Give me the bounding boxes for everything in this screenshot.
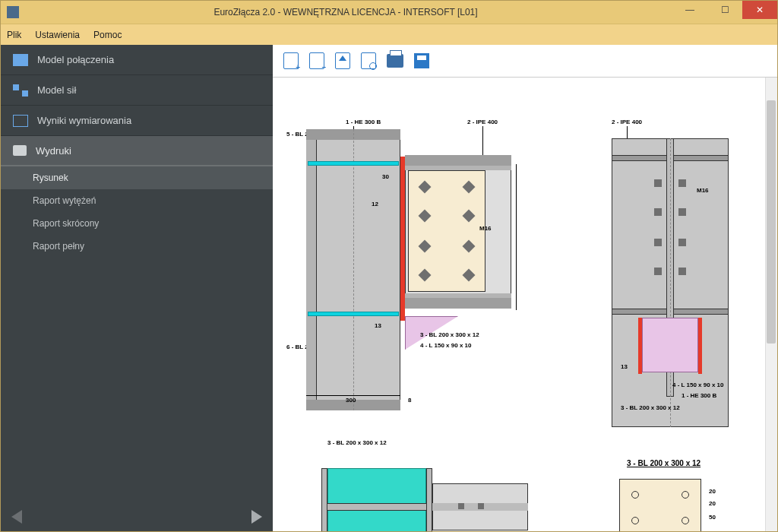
sidebar-item-results[interactable]: Wyniki wymiarowania <box>1 106 273 136</box>
sidebar-item-model-forces[interactable]: Model sił <box>1 75 273 106</box>
minimize-button[interactable]: — <box>672 1 707 19</box>
weld-label: 12 <box>372 201 378 207</box>
bolt-icon <box>654 239 662 246</box>
section-flange <box>321 468 327 531</box>
window-controls: — ☐ ✕ <box>672 1 777 24</box>
body-row: Model połączenia Model sił Wyniki wymiar… <box>1 45 777 531</box>
bolt-icon <box>654 268 662 275</box>
drawing-canvas: 1 - HE 300 B 2 - IPE 400 5 - BL 262 x 14… <box>286 91 754 531</box>
label-beam-profile: 2 - IPE 400 <box>467 119 498 125</box>
dim-value: 8 <box>408 397 411 404</box>
bolt-icon <box>654 179 662 187</box>
leader-line <box>482 126 483 157</box>
sidebar-item-label: Model połączenia <box>37 54 114 65</box>
window-title: EuroZłącza 2.0 - WEWNĘTRZNA LICENCJA - I… <box>19 7 672 17</box>
sidebar-sub-label: Rysunek <box>33 173 68 183</box>
bolt-icon <box>678 179 686 187</box>
beam-flange <box>405 293 511 298</box>
print-icon <box>13 145 27 156</box>
section-plate <box>327 468 426 531</box>
label-column-profile: 1 - HE 300 B <box>346 119 381 125</box>
menu-file[interactable]: Plik <box>7 30 21 40</box>
maximize-button[interactable]: ☐ <box>707 1 742 19</box>
sidebar-sub-label: Raport wytężeń <box>33 195 96 206</box>
bolt-icon <box>478 503 484 509</box>
results-icon <box>13 115 28 127</box>
weld-label: 13 <box>621 363 628 370</box>
menu-settings[interactable]: Ustawienia <box>35 30 80 40</box>
dim-value: 20 <box>709 500 716 507</box>
label-column-profile-2: 1 - HE 300 B <box>682 392 716 399</box>
sidebar-sub-report-utilization[interactable]: Raport wytężeń <box>1 189 273 212</box>
dim-line <box>306 395 400 396</box>
dim-value: 300 <box>346 397 356 404</box>
section-flange <box>426 468 432 531</box>
bolt-icon <box>678 239 686 246</box>
nav-prev-icon[interactable] <box>11 510 22 524</box>
bolt-icon <box>678 208 686 216</box>
main-panel: 1 - HE 300 B 2 - IPE 400 5 - BL 262 x 14… <box>273 45 777 531</box>
section-column-web <box>327 503 426 511</box>
sidebar: Model połączenia Model sił Wyniki wymiar… <box>1 45 273 531</box>
stiffener-bottom <box>308 312 399 316</box>
label-front-plate-3: 3 - BL 200 x 300 x 12 <box>327 439 387 446</box>
sidebar-sub-label: Raport pełny <box>33 241 84 252</box>
connection-icon <box>13 54 28 66</box>
sidebar-sub-drawing[interactable]: Rysunek <box>1 166 273 189</box>
bolt-hole <box>682 517 689 524</box>
print-button[interactable] <box>387 54 403 68</box>
bolt-hole <box>631 491 639 499</box>
app-icon <box>7 6 19 18</box>
haunch-side <box>642 318 698 372</box>
sidebar-sub-report-short[interactable]: Raport skrócony <box>1 212 273 235</box>
page-export-button[interactable] <box>335 52 350 69</box>
bolt-icon <box>678 268 686 275</box>
menu-help[interactable]: Pomoc <box>93 30 122 40</box>
column-flange <box>306 129 317 410</box>
front-plate-edge <box>698 318 702 374</box>
bolt-icon <box>458 503 464 509</box>
beam-cut-top <box>405 155 511 166</box>
dim-value: 20 <box>709 488 716 495</box>
sidebar-item-label: Wydruki <box>36 145 71 157</box>
label-bolts: M16 <box>479 225 492 232</box>
page-add-button[interactable] <box>283 52 299 69</box>
title-bar: EuroZłącza 2.0 - WEWNĘTRZNA LICENCJA - I… <box>1 1 777 24</box>
vertical-scrollbar[interactable] <box>765 78 777 531</box>
drawing-toolbar <box>273 45 777 77</box>
sidebar-item-printouts[interactable]: Wydruki <box>1 136 273 166</box>
label-front-plate-2: 3 - BL 200 x 300 x 12 <box>621 404 680 411</box>
scrollbar-thumb[interactable] <box>767 100 776 344</box>
beam-cut-bot <box>405 298 511 309</box>
save-button[interactable] <box>414 53 429 68</box>
weld-label: 13 <box>375 322 381 329</box>
dim-value: 50 <box>709 514 716 521</box>
menu-bar: Plik Ustawienia Pomoc <box>1 24 777 45</box>
axis-line <box>353 129 354 410</box>
sidebar-sub-label: Raport skrócony <box>33 218 99 229</box>
bolt-hole <box>682 491 689 499</box>
weld-label: 12 <box>393 530 400 531</box>
forces-icon <box>13 84 28 97</box>
dim-line <box>516 164 517 310</box>
sidebar-item-label: Model sił <box>37 84 76 96</box>
label-angle-2: 4 - L 150 x 90 x 10 <box>672 382 723 388</box>
page-preview-button[interactable] <box>361 52 376 69</box>
close-button[interactable]: ✕ <box>742 1 777 19</box>
label-bolts-2: M16 <box>697 187 709 194</box>
sidebar-item-label: Wyniki wymiarowania <box>37 115 131 126</box>
sidebar-sub-report-full[interactable]: Raport pełny <box>1 235 273 258</box>
label-beam-profile-2: 2 - IPE 400 <box>612 119 642 125</box>
plate-detail <box>619 479 701 531</box>
bolt-icon <box>654 208 662 216</box>
sidebar-nav <box>1 502 273 531</box>
sidebar-item-model-connection[interactable]: Model połączenia <box>1 45 273 75</box>
front-plate-edge <box>638 318 642 374</box>
bolt-hole <box>631 517 639 524</box>
nav-next-icon[interactable] <box>251 510 262 524</box>
drawing-viewport[interactable]: 1 - HE 300 B 2 - IPE 400 5 - BL 262 x 14… <box>273 77 777 531</box>
axis-line <box>670 138 671 427</box>
weld-label: 30 <box>382 173 389 180</box>
stiffener-top <box>308 161 399 166</box>
page-remove-button[interactable] <box>309 52 324 69</box>
